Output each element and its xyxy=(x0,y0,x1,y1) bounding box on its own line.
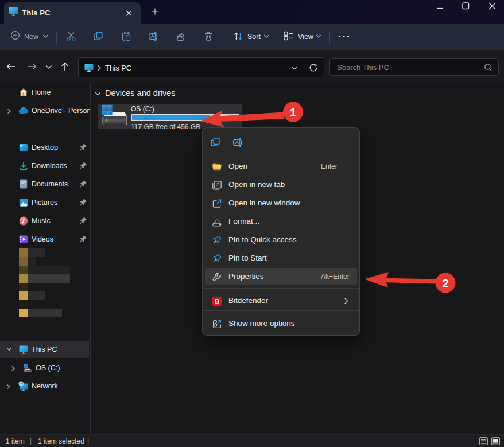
svg-text:B: B xyxy=(215,298,219,305)
